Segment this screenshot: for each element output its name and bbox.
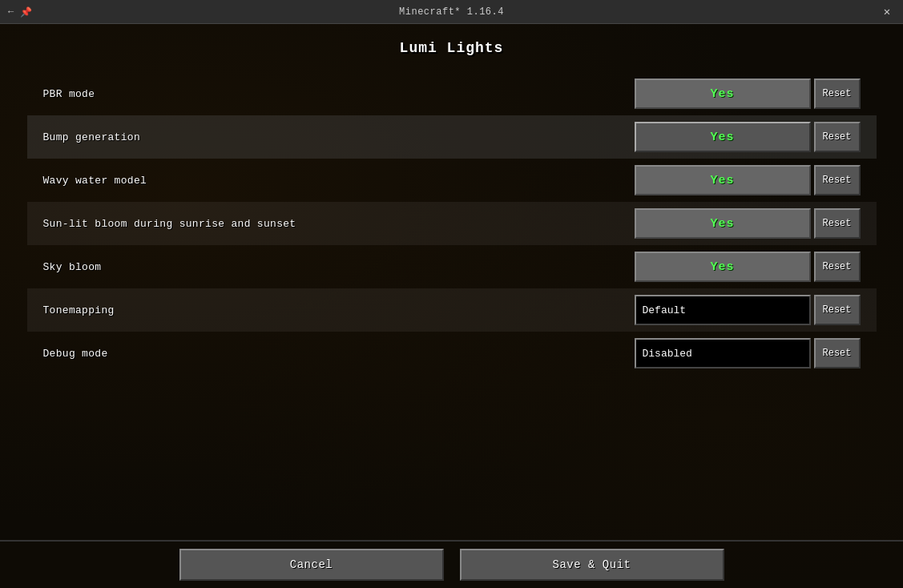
setting-controls-sun-lit-bloom: YesReset (635, 208, 861, 239)
setting-controls-pbr-mode: YesReset (635, 79, 861, 109)
setting-row-bump-generation: Bump generationYesReset (27, 115, 877, 159)
setting-label-sun-lit-bloom: Sun-lit bloom during sunrise and sunset (43, 218, 296, 230)
toggle-btn-bump-generation[interactable]: Yes (635, 122, 811, 152)
setting-label-wavy-water-model: Wavy water model (43, 175, 147, 187)
setting-row-sun-lit-bloom: Sun-lit bloom during sunrise and sunsetY… (27, 202, 877, 245)
setting-label-pbr-mode: PBR mode (43, 88, 95, 100)
cancel-button[interactable]: Cancel (179, 549, 444, 581)
reset-btn-bump-generation[interactable]: Reset (814, 122, 861, 152)
reset-btn-pbr-mode[interactable]: Reset (814, 79, 861, 109)
setting-controls-sky-bloom: YesReset (635, 252, 861, 282)
setting-controls-tonemapping: DefaultReset (635, 295, 861, 325)
title-bar: ← 📌 Minecraft* 1.16.4 ✕ (0, 0, 903, 24)
setting-row-sky-bloom: Sky bloomYesReset (27, 245, 877, 288)
reset-btn-tonemapping[interactable]: Reset (814, 295, 861, 325)
setting-row-wavy-water-model: Wavy water modelYesReset (27, 159, 877, 202)
setting-controls-debug-mode: DisabledReset (635, 338, 861, 369)
reset-btn-wavy-water-model[interactable]: Reset (814, 165, 861, 195)
toggle-btn-sun-lit-bloom[interactable]: Yes (635, 208, 811, 239)
reset-btn-debug-mode[interactable]: Reset (814, 338, 861, 369)
settings-container: PBR modeYesResetBump generationYesResetW… (27, 72, 877, 375)
window-title: Minecraft* 1.16.4 (399, 6, 504, 18)
dropdown-btn-debug-mode[interactable]: Disabled (635, 338, 811, 369)
dropdown-btn-tonemapping[interactable]: Default (635, 295, 811, 325)
setting-row-tonemapping: TonemappingDefaultReset (27, 288, 877, 332)
setting-row-pbr-mode: PBR modeYesReset (27, 72, 877, 115)
bottom-bar: Cancel Save & Quit (0, 540, 903, 588)
setting-label-debug-mode: Debug mode (43, 348, 108, 360)
setting-row-debug-mode: Debug modeDisabledReset (27, 332, 877, 375)
setting-controls-bump-generation: YesReset (635, 122, 861, 152)
title-bar-icons: ← 📌 (8, 6, 32, 18)
reset-btn-sun-lit-bloom[interactable]: Reset (814, 208, 861, 239)
setting-controls-wavy-water-model: YesReset (635, 165, 861, 195)
reset-btn-sky-bloom[interactable]: Reset (814, 252, 861, 282)
toggle-btn-wavy-water-model[interactable]: Yes (635, 165, 811, 195)
pin-icon[interactable]: 📌 (20, 6, 32, 18)
close-button[interactable]: ✕ (879, 4, 895, 20)
back-icon[interactable]: ← (8, 6, 14, 18)
toggle-btn-pbr-mode[interactable]: Yes (635, 79, 811, 109)
save-quit-button[interactable]: Save & Quit (460, 549, 724, 581)
setting-label-bump-generation: Bump generation (43, 131, 141, 143)
setting-label-tonemapping: Tonemapping (43, 304, 115, 316)
page-title: Lumi Lights (400, 40, 504, 56)
toggle-btn-sky-bloom[interactable]: Yes (635, 252, 811, 282)
setting-label-sky-bloom: Sky bloom (43, 261, 102, 273)
